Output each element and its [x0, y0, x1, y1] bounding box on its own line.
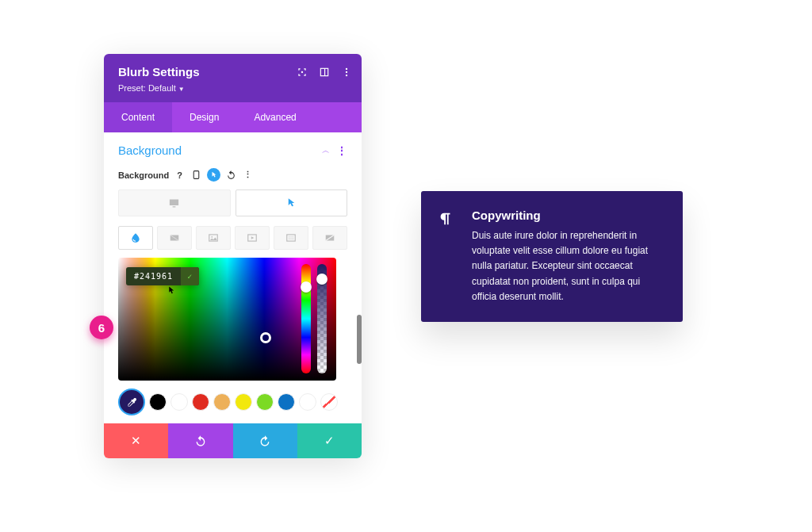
preview-card: Copywriting Duis aute irure dolor in rep…	[421, 191, 683, 322]
svg-point-5	[346, 75, 347, 76]
swatch-green[interactable]	[256, 393, 274, 411]
preset-label: Preset: Default	[118, 83, 176, 93]
hue-slider[interactable]	[301, 264, 311, 373]
alpha-handle[interactable]	[316, 274, 327, 285]
svg-rect-2	[324, 68, 325, 75]
panel-footer: ✕ ✓	[104, 423, 362, 458]
color-field-cursor[interactable]	[260, 332, 271, 343]
svg-point-13	[290, 236, 291, 237]
tabs: Content Design Advanced	[104, 102, 362, 132]
preview-text: Copywriting Duis aute irure dolor in rep…	[472, 209, 664, 304]
color-field[interactable]: #241961 ✓	[118, 258, 336, 381]
cursor-icon	[167, 285, 176, 297]
reset-icon[interactable]	[225, 169, 237, 181]
chevron-up-icon[interactable]: ︿	[322, 145, 330, 156]
section-title[interactable]: Background	[118, 144, 182, 157]
tab-design[interactable]: Design	[172, 102, 236, 132]
color-picker: #241961 ✓	[118, 258, 347, 415]
svg-rect-6	[193, 171, 199, 179]
tab-advanced[interactable]: Advanced	[236, 102, 313, 132]
svg-point-3	[346, 68, 347, 70]
background-section: Background ︿ ⋮ Background ? ⋮	[104, 132, 362, 423]
bg-type-image[interactable]	[196, 226, 231, 250]
svg-point-9	[211, 236, 213, 238]
scrollbar-thumb[interactable]	[357, 315, 362, 364]
preview-title: Copywriting	[472, 209, 664, 222]
bg-type-color[interactable]	[118, 226, 153, 250]
settings-panel: Blurb Settings Preset: Default▼ Content …	[104, 54, 362, 458]
step-badge: 6	[90, 316, 113, 339]
svg-point-4	[346, 71, 347, 73]
panel-header: Blurb Settings Preset: Default▼	[104, 54, 362, 102]
swatch-white[interactable]	[170, 393, 188, 411]
background-option-row: Background ? ⋮	[118, 168, 347, 182]
svg-point-16	[290, 239, 291, 239]
save-button[interactable]: ✓	[297, 423, 362, 458]
svg-point-15	[289, 239, 289, 239]
device-hover-tab[interactable]	[236, 189, 348, 216]
apply-hex-button[interactable]: ✓	[181, 267, 199, 285]
swatch-red[interactable]	[192, 393, 209, 411]
header-icon-group	[297, 67, 352, 78]
help-icon[interactable]: ?	[174, 169, 186, 181]
focus-icon[interactable]	[297, 67, 308, 78]
hex-value-input[interactable]: #241961	[126, 267, 181, 285]
swatch-orange[interactable]	[213, 393, 231, 411]
background-row-label: Background	[118, 170, 169, 180]
alpha-slider[interactable]	[317, 264, 327, 373]
redo-button[interactable]	[233, 423, 297, 458]
eyedropper-button[interactable]	[118, 388, 145, 415]
hue-handle[interactable]	[301, 281, 312, 293]
bg-type-pattern[interactable]	[274, 226, 308, 250]
expand-panel-icon[interactable]	[319, 67, 330, 78]
swatch-yellow[interactable]	[235, 393, 252, 411]
preset-selector[interactable]: Preset: Default▼	[118, 83, 347, 93]
bg-type-gradient[interactable]	[157, 226, 192, 250]
swatch-row	[118, 388, 347, 415]
swatch-empty[interactable]	[299, 393, 316, 411]
svg-point-12	[289, 236, 289, 237]
hover-state-icon[interactable]	[207, 168, 220, 182]
background-type-tabs	[118, 226, 347, 250]
swatch-black[interactable]	[149, 393, 167, 411]
device-desktop-tab[interactable]	[118, 189, 231, 216]
paragraph-icon	[437, 209, 459, 304]
bg-type-mask[interactable]	[312, 226, 347, 250]
svg-point-0	[301, 71, 303, 73]
svg-rect-11	[287, 235, 296, 241]
swatch-none[interactable]	[320, 393, 338, 411]
bg-type-video[interactable]	[235, 226, 270, 250]
cancel-button[interactable]: ✕	[104, 423, 168, 458]
tablet-icon[interactable]	[190, 169, 202, 181]
device-tabs	[118, 189, 347, 216]
swatch-blue[interactable]	[278, 393, 295, 411]
section-header: Background ︿ ⋮	[118, 144, 347, 157]
chevron-down-icon: ▼	[178, 86, 185, 93]
preview-body: Duis aute irure dolor in reprehenderit i…	[472, 228, 664, 304]
svg-point-17	[293, 239, 293, 239]
section-more-icon[interactable]: ⋮	[336, 144, 347, 157]
svg-point-14	[293, 236, 293, 237]
hex-chip: #241961 ✓	[126, 267, 199, 285]
more-options-icon[interactable]	[341, 67, 352, 78]
tab-content[interactable]: Content	[104, 102, 172, 132]
undo-button[interactable]	[168, 423, 232, 458]
row-more-icon[interactable]: ⋮	[242, 169, 254, 181]
